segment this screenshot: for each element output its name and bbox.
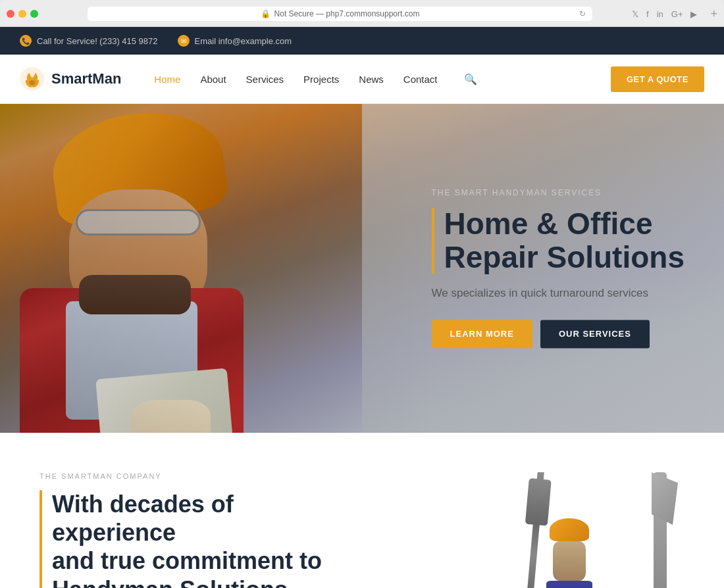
hero-subtitle: THE SMART HANDYMAN SERVICES (432, 188, 685, 197)
maximize-dot[interactable] (30, 10, 38, 18)
top-bar: 📞 Call for Service! (233) 415 9872 ✉ Ema… (0, 27, 724, 55)
social-facebook: f (646, 9, 649, 19)
close-dot[interactable] (7, 10, 14, 18)
hero-buttons: LEARN MORE OUR SERVICES (432, 320, 685, 349)
about-title-line3: Handyman Solutions (52, 576, 288, 588)
about-title-wrapper: With decades of experience and true comm… (39, 490, 346, 588)
nav-services[interactable]: Services (246, 74, 284, 85)
minimize-dot[interactable] (18, 10, 26, 18)
email-item[interactable]: ✉ Email info@example.com (178, 35, 292, 47)
main-nav: Home About Services Projects News Contac… (154, 73, 598, 86)
saw-tool (642, 472, 678, 588)
social-linkedin: in (657, 9, 663, 19)
hero-accent-bar (432, 207, 434, 274)
nav-about[interactable]: About (200, 74, 226, 85)
about-label: THE SMARTMAN COMPANY (39, 472, 346, 480)
logo-text: SmartMan (51, 70, 121, 87)
about-title-line2: and true commitment to (52, 547, 322, 574)
social-youtube: ▶ (690, 9, 697, 19)
new-tab-button[interactable]: + (710, 7, 717, 21)
phone-icon: 📞 (20, 35, 32, 47)
browser-chrome: 🔒 Not Secure — php7.commonsupport.com ↻ … (0, 0, 724, 27)
nav-contact[interactable]: Contact (403, 74, 438, 85)
address-bar[interactable]: 🔒 Not Secure — php7.commonsupport.com ↻ (88, 7, 592, 21)
search-icon[interactable]: 🔍 (464, 73, 477, 86)
phone-item[interactable]: 📞 Call for Service! (233) 415 9872 (20, 35, 158, 47)
about-title-line1: With decades of experience (52, 491, 234, 546)
worker-helmet (550, 518, 589, 541)
phone-text: Call for Service! (233) 415 9872 (37, 36, 158, 46)
get-quote-button[interactable]: GET A QUOTE (611, 66, 704, 92)
about-section: THE SMARTMAN COMPANY With decades of exp… (0, 433, 724, 588)
hero-title-wrapper: Home & Office Repair Solutions (432, 207, 685, 274)
social-twitter: 𝕏 (632, 9, 638, 19)
about-accent-bar (39, 490, 42, 588)
logo[interactable]: SmartMan (20, 66, 121, 91)
lock-icon: 🔒 (261, 9, 271, 18)
svg-point-1 (29, 80, 36, 86)
nav-home[interactable]: Home (154, 74, 180, 85)
about-left: THE SMARTMAN COMPANY With decades of exp… (39, 472, 346, 588)
email-text: Email info@example.com (195, 36, 292, 46)
about-title: With decades of experience and true comm… (52, 490, 346, 588)
address-text: Not Secure — php7.commonsupport.com (274, 9, 420, 18)
site-header: SmartMan Home About Services Projects Ne… (0, 55, 724, 104)
hero-description: We specializes in quick turnaround servi… (432, 287, 685, 301)
worker-uniform (546, 581, 592, 588)
nav-news[interactable]: News (359, 74, 384, 85)
about-right (378, 472, 685, 588)
learn-more-button[interactable]: LEARN MORE (432, 320, 532, 349)
worker-body (553, 541, 586, 581)
hero-title: Home & Office Repair Solutions (444, 207, 685, 274)
browser-dots (7, 10, 38, 18)
email-icon: ✉ (178, 35, 190, 47)
hero-section: THE SMART HANDYMAN SERVICES Home & Offic… (0, 104, 724, 433)
logo-icon (20, 66, 45, 91)
worker-figure (540, 518, 599, 588)
hero-title-line1: Home & Office (444, 207, 653, 241)
our-services-button[interactable]: OUR SERVICES (540, 320, 650, 349)
website-content: 📞 Call for Service! (233) 415 9872 ✉ Ema… (0, 27, 724, 588)
reload-icon[interactable]: ↻ (579, 9, 586, 18)
social-google: G+ (671, 9, 683, 19)
hero-title-line2: Repair Solutions (444, 240, 685, 274)
nav-projects[interactable]: Projects (303, 74, 339, 85)
hero-content: THE SMART HANDYMAN SERVICES Home & Offic… (432, 188, 685, 348)
